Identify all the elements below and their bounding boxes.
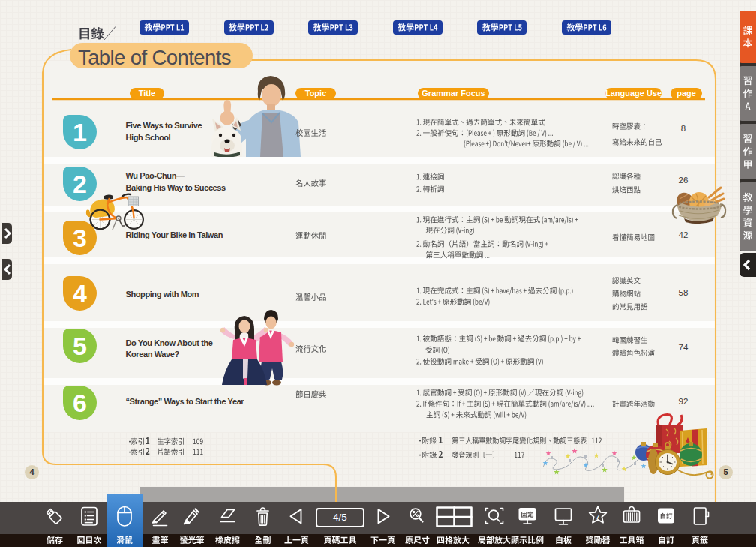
svg-text:7: 7: [596, 512, 599, 521]
